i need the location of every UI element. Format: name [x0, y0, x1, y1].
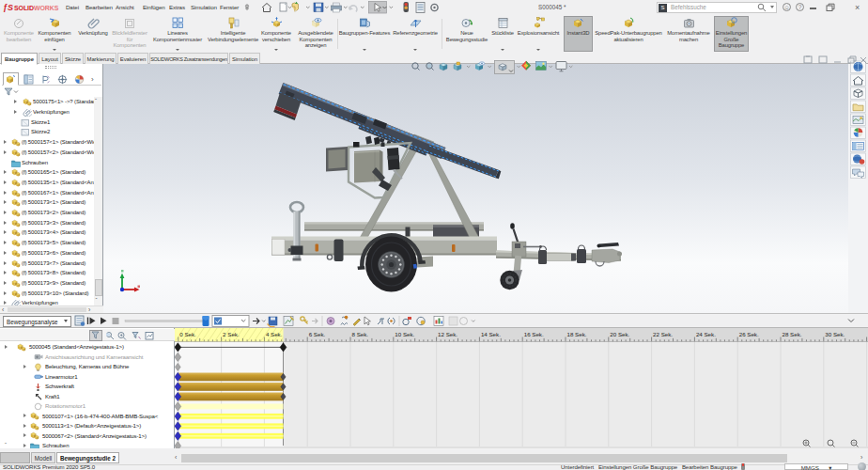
svg-text:0 Sek.: 0 Sek. [179, 331, 196, 337]
svg-text:24 Sek.: 24 Sek. [696, 331, 716, 337]
svg-text:30 Sek.: 30 Sek. [825, 331, 845, 337]
svg-text:22 Sek.: 22 Sek. [653, 331, 673, 337]
svg-text:28 Sek.: 28 Sek. [783, 331, 802, 337]
svg-text:8 Sek.: 8 Sek. [352, 331, 369, 337]
svg-text:16 Sek.: 16 Sek. [524, 331, 544, 337]
svg-text:18 Sek.: 18 Sek. [567, 331, 587, 337]
svg-text:12 Sek.: 12 Sek. [438, 331, 457, 337]
svg-text:26 Sek.: 26 Sek. [739, 331, 759, 337]
svg-text:6 Sek.: 6 Sek. [309, 331, 326, 337]
svg-text:20 Sek.: 20 Sek. [610, 331, 629, 337]
svg-text:10 Sek.: 10 Sek. [395, 331, 414, 337]
svg-text:14 Sek.: 14 Sek. [481, 331, 501, 337]
svg-text:4 Sek.: 4 Sek. [266, 331, 283, 337]
svg-text:2 Sek.: 2 Sek. [223, 331, 240, 337]
